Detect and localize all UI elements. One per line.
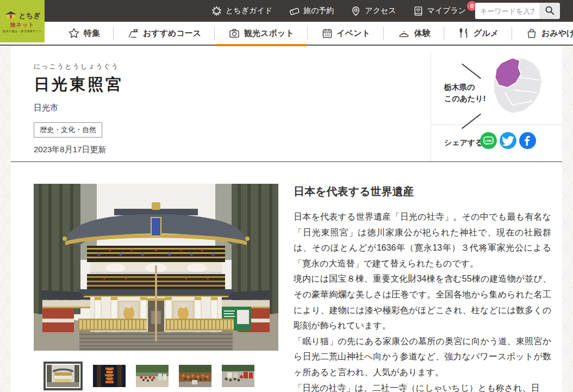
thumbnail-3-procession[interactable] [136, 365, 169, 387]
page-title: 日光東照宮 [34, 74, 123, 96]
logo-title-line2: 旅ネット [10, 21, 35, 29]
keyword-search [475, 3, 560, 19]
nav-travel-booking[interactable]: 旅の予約 [289, 5, 334, 17]
line-share-icon[interactable]: LINE [480, 132, 497, 149]
nav-tochigi-guide[interactable]: とちぎガイド [211, 5, 272, 17]
logo-title-line1: とちぎ [19, 11, 41, 21]
maple-leaf-icon [211, 5, 222, 17]
tab-gourmet[interactable]: グルメ [444, 21, 512, 45]
shopping-bag-icon [526, 27, 538, 39]
nav-access[interactable]: アクセス [350, 5, 396, 17]
top-nav: とちぎガイド 旅の予約 アクセス マイプラン 0 [211, 0, 479, 22]
share-label: シェアする [444, 138, 483, 148]
logo-tagline: 栃木の観光・旅行情報サイト [3, 29, 42, 33]
svg-text:LINE: LINE [485, 139, 492, 142]
cutlery-icon [458, 27, 470, 39]
experience-icon [397, 27, 410, 39]
nav-label: マイプラン [427, 6, 466, 16]
article-heading: 日本を代表する世界遺産 [294, 184, 551, 199]
tab-kanko-spot[interactable]: 観光スポット [215, 21, 307, 45]
article-paragraph: 日本を代表する世界遺産「日光の社寺」。その中でも最も有名な「日光東照宮」は徳川家… [294, 209, 551, 271]
article-column: 日本を代表する世界遺産 日本を代表する世界遺産「日光の社寺」。その中でも最も有名… [294, 184, 551, 392]
tab-event[interactable]: イベント [308, 21, 384, 45]
tab-taiken[interactable]: 体験 [384, 21, 444, 45]
tochigi-map [477, 55, 552, 119]
article-paragraph: 「日光の社寺」は、二社一寺（にしゃいちじ）とも称され、日 [294, 381, 551, 392]
search-icon [544, 5, 555, 17]
thumbnail-2-night-illumination[interactable] [93, 365, 126, 387]
article-paragraph: 「眠り猫」の先にある家康公の墓所の奥宮に向かう道、東照宮から日光二荒山神社へ向か… [294, 334, 551, 381]
main-nav-tabs: 特集 おすすめコース 観光スポット イベント 体験 グルメ おみやげ [0, 22, 573, 46]
tab-osusume-course[interactable]: おすすめコース [114, 21, 215, 45]
search-button[interactable] [539, 3, 560, 19]
map-pin-icon [350, 5, 362, 17]
thumbnail-1-selected[interactable] [43, 362, 83, 390]
course-icon [127, 27, 139, 39]
thumbnail-5-festival-crowd[interactable] [222, 365, 254, 387]
gallery-thumbnails [43, 362, 254, 390]
category-tag[interactable]: 歴史・文化・自然 [34, 122, 102, 138]
nav-my-plan[interactable]: マイプラン 0 [413, 5, 479, 17]
nav-label: 旅の予約 [303, 6, 334, 16]
calendar-icon [321, 27, 333, 39]
share-row: シェアする LINE [431, 125, 562, 161]
search-input[interactable] [475, 3, 539, 19]
thumbnail-4-samurai-parade[interactable] [179, 365, 211, 387]
nav-label: アクセス [365, 6, 396, 16]
ticket-icon [289, 5, 300, 17]
updated-date: 2023年8月17日更新 [34, 145, 123, 155]
title-furigana: にっこうとうしょうぐう [34, 62, 123, 71]
plan-book-icon [413, 5, 424, 17]
star-icon [68, 27, 80, 39]
article-paragraph: 境内には国宝８棟、重要文化財34棟を含む55棟の建造物が並び、その豪華絢爛な美し… [294, 271, 551, 333]
top-utility-bar: とちぎガイド 旅の予約 アクセス マイプラン 0 [0, 0, 573, 22]
tab-tokushu[interactable]: 特集 [54, 21, 114, 45]
facebook-share-icon[interactable] [519, 132, 536, 149]
camera-icon [228, 27, 240, 39]
location-share-panel: 栃木県の このあたり! シェアする LINE [431, 51, 562, 161]
twitter-share-icon[interactable] [500, 132, 516, 149]
spot-header: にっこうとうしょうぐう 日光東照宮 日光市 歴史・文化・自然 2023年8月17… [11, 46, 562, 162]
page-content: にっこうとうしょうぐう 日光東照宮 日光市 歴史・文化・自然 2023年8月17… [11, 46, 562, 392]
main-photo-yomeimon-gate [34, 184, 278, 351]
spot-body: 日本を代表する世界遺産 日本を代表する世界遺産「日光の社寺」。その中でも最も有名… [11, 162, 562, 392]
nav-label: とちぎガイド [226, 6, 272, 16]
city-name: 日光市 [34, 103, 123, 113]
tab-omiyage[interactable]: おみやげ [512, 21, 573, 45]
prefecture-map-area: 栃木県の このあたり! [431, 51, 562, 125]
shrine-building-icon [4, 10, 17, 21]
site-logo[interactable]: とちぎ 旅ネット 栃木の観光・旅行情報サイト [0, 0, 45, 42]
